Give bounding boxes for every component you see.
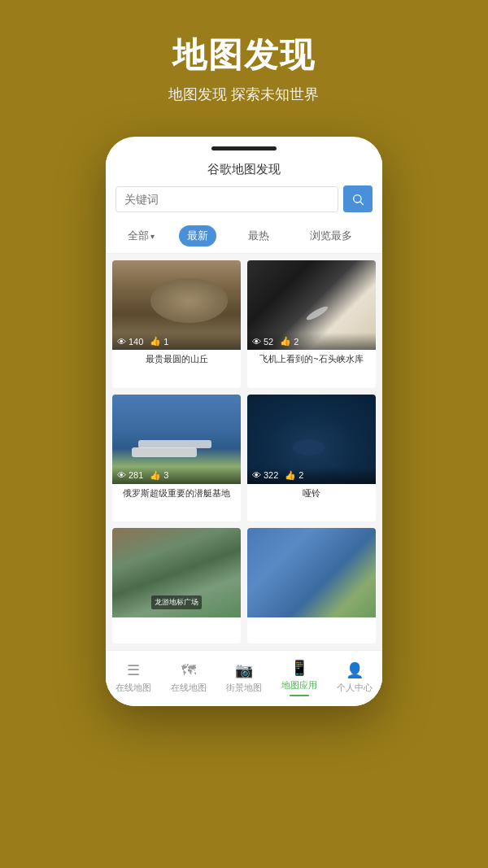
eye-icon-2: 👁 [252,337,261,347]
nav-item-street-view[interactable]: 📷 街景地图 [226,661,262,694]
filter-all-label: 全部 [128,229,149,243]
app-icon: 📱 [290,659,308,677]
content-grid: 👁 140 👍 1 最贵最圆的山丘 [106,254,382,650]
harbor-boat-2 [138,440,211,448]
views-count-3: 281 [129,470,143,480]
grid-caption-3: 俄罗斯超级重要的潜艇基地 [112,484,241,504]
nav-label-street-view: 街景地图 [226,682,262,694]
like-icon: 👍 [150,336,161,347]
nav-item-map-apps[interactable]: 📱 地图应用 [281,659,317,696]
nav-item-profile[interactable]: 👤 个人中心 [337,661,373,694]
grid-item-6[interactable] [247,528,376,643]
screen-title: 谷歌地图发现 [106,155,382,185]
notch-bar [211,146,277,150]
profile-icon: 👤 [346,661,364,679]
stat-views-2: 👁 52 [252,337,273,347]
grid-image-5: 龙游地标广场 [112,528,241,617]
stat-likes-2: 👍 2 [280,336,298,347]
phone-notch [106,137,382,155]
bottom-nav: ☰ 在线地图 🗺 在线地图 📷 街景地图 📱 地图应用 👤 个人中心 [106,650,382,706]
grid-item-5[interactable]: 龙游地标广场 [112,528,241,643]
image-label-5: 龙游地标广场 [151,595,202,609]
search-button[interactable] [343,185,373,212]
filter-tab-most-browsed[interactable]: 浏览最多 [302,225,360,246]
grid-image-6 [247,528,376,617]
eye-icon: 👁 [117,337,126,347]
grid-item-4[interactable]: 👁 322 👍 2 哑铃 [247,395,376,522]
views-count-1: 140 [129,337,143,347]
stat-views-1: 👁 140 [117,337,143,347]
app-subtitle: 地图发现 探索未知世界 [168,85,319,104]
image-overlay-3: 👁 281 👍 3 [112,467,241,484]
grid-caption-5 [112,617,241,626]
phone-screen: 谷歌地图发现 全部 ▾ 最新 最热 浏览最多 [106,155,382,706]
grid-item-3[interactable]: 👁 281 👍 3 俄罗斯超级重要的潜艇基地 [112,395,241,522]
grid-image-1: 👁 140 👍 1 [112,260,241,350]
grid-caption-1: 最贵最圆的山丘 [112,350,241,370]
menu-icon: ☰ [127,661,140,679]
filter-tab-all[interactable]: 全部 ▾ [128,229,155,243]
nav-label-online-map: 在线地图 [171,682,207,694]
filter-tabs: 全部 ▾ 最新 最热 浏览最多 [106,220,382,254]
nav-label-map-apps: 地图应用 [281,679,317,691]
app-title: 地图发现 [172,33,316,78]
stat-likes-3: 👍 3 [150,470,168,481]
grid-image-2: 👁 52 👍 2 [247,260,376,350]
grid-image-3: 👁 281 👍 3 [112,395,241,484]
map-icon: 🗺 [181,662,196,679]
stat-likes-4: 👍 2 [285,470,303,481]
filter-tab-hottest[interactable]: 最热 [240,225,277,246]
like-icon-2: 👍 [280,336,291,347]
sea-silhouette [292,439,325,456]
stat-likes-1: 👍 1 [150,336,168,347]
search-icon [351,193,364,206]
likes-count-2: 2 [294,337,298,347]
likes-count-1: 1 [163,337,168,347]
likes-count-4: 2 [298,470,303,480]
svg-line-1 [360,202,364,205]
harbor-boat-1 [132,447,197,457]
views-count-2: 52 [264,337,273,347]
image-overlay-4: 👁 322 👍 2 [247,467,376,484]
nav-item-menu[interactable]: ☰ 在线地图 [115,661,151,694]
stat-views-4: 👁 322 [252,470,278,480]
svg-point-0 [354,194,361,202]
filter-tab-newest[interactable]: 最新 [179,225,216,246]
nav-item-online-map[interactable]: 🗺 在线地图 [171,662,207,694]
likes-count-3: 3 [163,470,168,480]
grid-caption-2: 飞机上看到的~石头峡水库 [247,350,376,370]
grid-caption-6 [247,617,376,626]
eye-icon-4: 👁 [252,470,261,480]
nav-label-menu: 在线地图 [115,682,151,694]
grid-item-2[interactable]: 👁 52 👍 2 飞机上看到的~石头峡水库 [247,260,376,388]
image-overlay-2: 👁 52 👍 2 [247,333,376,350]
views-count-4: 322 [264,470,278,480]
like-icon-4: 👍 [285,470,296,481]
nav-active-indicator [290,695,309,696]
search-bar [106,185,382,220]
grid-image-4: 👁 322 👍 2 [247,395,376,484]
phone-mockup: 谷歌地图发现 全部 ▾ 最新 最热 浏览最多 [106,137,382,706]
grid-item-1[interactable]: 👁 140 👍 1 最贵最圆的山丘 [112,260,241,388]
stat-views-3: 👁 281 [117,470,143,480]
chevron-down-icon: ▾ [150,232,155,241]
image-overlay-1: 👁 140 👍 1 [112,333,241,350]
search-input[interactable] [115,186,338,212]
aircraft-dot [305,304,329,322]
eye-icon-3: 👁 [117,470,126,480]
grid-caption-4: 哑铃 [247,484,376,504]
header-section: 地图发现 地图发现 探索未知世界 [0,0,488,120]
like-icon-3: 👍 [150,470,161,481]
nav-label-profile: 个人中心 [337,682,373,694]
camera-icon: 📷 [235,661,253,679]
